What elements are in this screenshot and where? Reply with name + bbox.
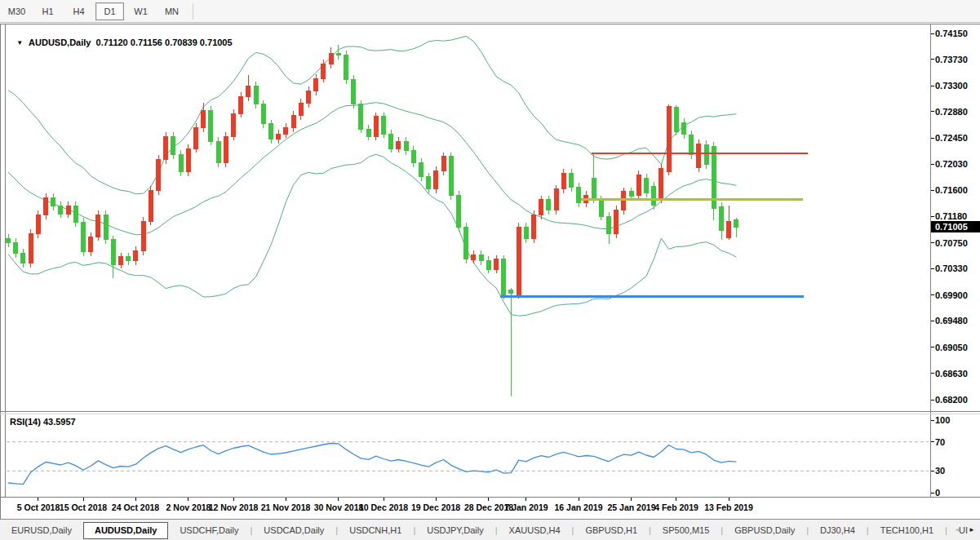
chart-tab-XAUUSD-H4[interactable]: XAUUSD,H4 bbox=[498, 522, 572, 539]
rsi-bottom-border bbox=[0, 497, 980, 498]
rsi-line bbox=[8, 444, 736, 485]
axis-separator bbox=[930, 24, 931, 498]
chart-tab-bar: EURUSD,DailyAUDUSD,DailyUSDCHF,Daily|USD… bbox=[0, 519, 980, 540]
ohlc-close: 0.71005 bbox=[200, 38, 233, 47]
tab-scroll-buttons: ◄ ► bbox=[954, 526, 975, 533]
timeframe-button-W1[interactable]: W1 bbox=[126, 2, 155, 20]
timeframe-toolbar: M30H1H4D1W1MN bbox=[0, 0, 980, 23]
trend-objects bbox=[500, 153, 808, 298]
chart-plot-area[interactable] bbox=[0, 0, 980, 540]
panel-splitter-inner bbox=[0, 414, 980, 414]
chart-tab-AUDUSD-Daily[interactable]: AUDUSD,Daily bbox=[83, 522, 168, 539]
timeframe-button-H1[interactable]: H1 bbox=[33, 2, 62, 20]
panel-splitter[interactable] bbox=[0, 411, 980, 412]
chart-left-border bbox=[5, 24, 6, 498]
rsi-panel bbox=[7, 442, 929, 485]
tab-scroll-left-icon[interactable]: ◄ bbox=[954, 526, 960, 533]
chart-tab-SP500-M15[interactable]: SP500,M15 bbox=[651, 522, 721, 539]
chart-tab-TECH100-H1[interactable]: TECH100,H1 bbox=[869, 522, 945, 539]
toolbar-separator bbox=[193, 3, 193, 20]
mt4-window: { "icons": {"dropdown": "▼", "scroll_lef… bbox=[0, 0, 980, 540]
chart-tab-DJ30-H4[interactable]: DJ30,H4 bbox=[809, 522, 867, 539]
chart-tab-USDCHF-Daily[interactable]: USDCHF,Daily bbox=[168, 522, 250, 539]
symbol-dropdown-icon[interactable]: ▼ bbox=[16, 39, 23, 46]
window-left-border bbox=[0, 24, 1, 540]
symbol-label: AUDUSD,Daily bbox=[29, 38, 91, 47]
tab-scroll-right-icon[interactable]: ► bbox=[969, 526, 975, 533]
candles bbox=[7, 45, 738, 396]
timeframe-button-M30[interactable]: M30 bbox=[2, 2, 31, 20]
current-price-badge: 0.71005 bbox=[931, 221, 980, 232]
ohlc-open: 0.71120 bbox=[96, 38, 128, 47]
rsi-indicator-label: RSI(14) 43.5957 bbox=[10, 417, 76, 427]
chart-tab-USDCNH-H1[interactable]: USDCNH,H1 bbox=[338, 522, 413, 539]
chart-title: ▼AUDUSD,Daily 0.71120 0.71156 0.70839 0.… bbox=[11, 28, 233, 47]
ohlc-low: 0.70839 bbox=[165, 38, 197, 47]
resistance-line[interactable] bbox=[592, 153, 808, 154]
timeframe-button-D1[interactable]: D1 bbox=[95, 2, 124, 20]
chart-top-border bbox=[0, 24, 980, 24]
mid-support-line[interactable] bbox=[581, 198, 803, 201]
bollinger-bands bbox=[8, 36, 736, 316]
chart-tab-USDCAD-Daily[interactable]: USDCAD,Daily bbox=[252, 522, 335, 539]
ohlc-high: 0.71156 bbox=[131, 38, 162, 47]
chart-tab-GBPUSD-Daily[interactable]: GBPUSD,Daily bbox=[723, 522, 806, 539]
chart-tab-GBPUSD-H1[interactable]: GBPUSD,H1 bbox=[574, 522, 649, 539]
timeframe-button-MN[interactable]: MN bbox=[157, 2, 186, 20]
chart-tab-EURUSD-Daily[interactable]: EURUSD,Daily bbox=[0, 522, 83, 539]
timeframe-button-H4[interactable]: H4 bbox=[64, 2, 93, 20]
chart-tab-USDJPY-Daily[interactable]: USDJPY,Daily bbox=[415, 522, 495, 539]
low-support-line[interactable] bbox=[500, 295, 804, 298]
